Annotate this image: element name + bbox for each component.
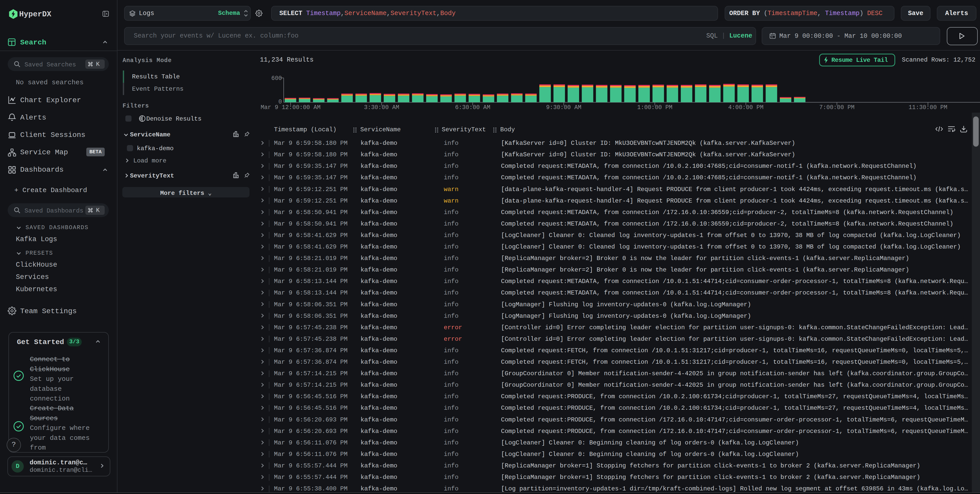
svg-text:6:30:00 AM: 6:30:00 AM (455, 104, 490, 111)
svg-text:9:30:00 AM: 9:30:00 AM (546, 104, 581, 111)
svg-text:7:00:00 PM: 7:00:00 PM (819, 104, 854, 111)
svg-text:1:00:00 PM: 1:00:00 PM (637, 104, 672, 111)
svg-text:11:30:00 PM: 11:30:00 PM (908, 104, 947, 111)
svg-text:3:30:00 AM: 3:30:00 AM (364, 104, 399, 111)
svg-text:Mar 9 12:00:00 AM: Mar 9 12:00:00 AM (261, 104, 321, 111)
svg-text:600: 600 (271, 75, 282, 82)
svg-text:4:00:00 PM: 4:00:00 PM (728, 104, 764, 111)
